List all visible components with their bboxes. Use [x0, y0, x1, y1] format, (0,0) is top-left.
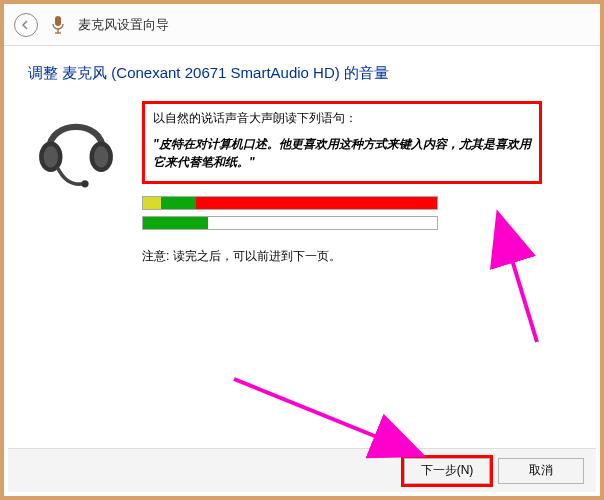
reading-quote: "皮特在对计算机口述。他更喜欢用这种方式来键入内容，尤其是喜欢用它来代替笔和纸。…	[153, 135, 531, 171]
bar1-seg-yellow	[143, 197, 161, 209]
bar1-seg-green	[161, 197, 196, 209]
volume-bar-2	[142, 216, 438, 230]
back-button[interactable]	[14, 13, 38, 37]
instruction-box: 以自然的说话声音大声朗读下列语句： "皮特在对计算机口述。他更喜欢用这种方式来键…	[142, 101, 542, 184]
svg-rect-0	[55, 16, 61, 26]
svg-point-4	[44, 146, 58, 168]
titlebar: 麦克风设置向导	[4, 4, 600, 46]
instruction-text: 以自然的说话声音大声朗读下列语句：	[153, 110, 531, 127]
arrow-left-icon	[20, 19, 32, 31]
bar2-seg-green	[143, 217, 208, 229]
note-text: 注意: 读完之后，可以前进到下一页。	[142, 248, 576, 265]
window-title: 麦克风设置向导	[78, 16, 169, 34]
bar1-seg-red	[196, 197, 437, 209]
volume-meters	[142, 196, 438, 230]
cancel-button[interactable]: 取消	[498, 458, 584, 484]
volume-bar-1	[142, 196, 438, 210]
svg-point-7	[81, 180, 88, 187]
microphone-icon	[48, 15, 68, 35]
next-button[interactable]: 下一步(N)	[404, 458, 490, 484]
headset-image	[28, 101, 124, 191]
svg-line-9	[234, 379, 419, 454]
dialog-buttons: 下一步(N) 取消	[8, 448, 596, 492]
page-heading: 调整 麦克风 (Conexant 20671 SmartAudio HD) 的音…	[28, 64, 576, 83]
svg-point-6	[94, 146, 108, 168]
